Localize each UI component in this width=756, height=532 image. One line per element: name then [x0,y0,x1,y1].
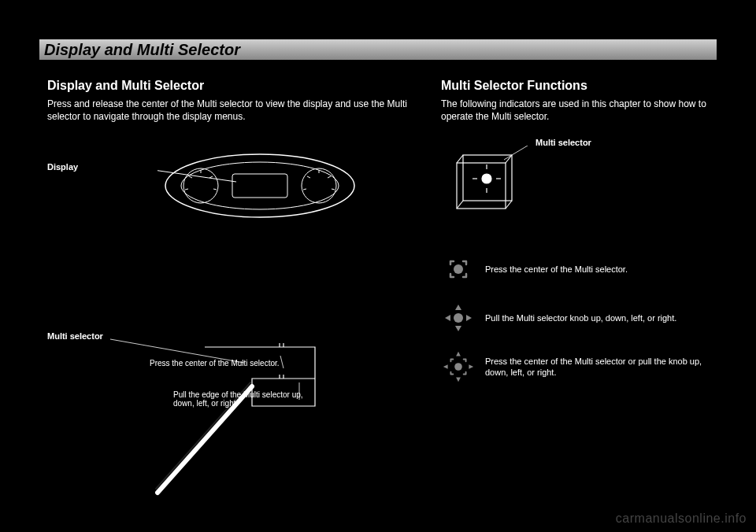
svg-line-14 [332,189,335,190]
svg-marker-40 [455,326,461,331]
svg-marker-47 [469,365,473,370]
svg-line-11 [307,176,310,178]
svg-line-15 [158,166,236,182]
right-column: Multi Selector Functions The following i… [441,79,709,398]
multi-selector-closeup: Multi selector Press the center of the M… [47,335,378,508]
icon-row-press-center: Press the center of the Multi selector. [441,252,709,286]
page-header: Display and Multi Selector [39,39,717,60]
svg-marker-39 [455,305,461,310]
svg-marker-46 [443,365,448,370]
multi-selector-label: Multi selector [47,331,103,341]
icon-row-pull-direction: Pull the Multi selector knob up, down, l… [441,301,709,335]
left-column: Display and Multi Selector Press and rel… [47,79,410,508]
svg-line-9 [213,189,217,190]
svg-marker-42 [466,315,472,321]
section-title-left: Display and Multi Selector [47,79,410,93]
hint-press-center: Press the center of the Multi selector. [150,359,284,368]
intro-text-left: Press and release the center of the Mult… [47,98,410,123]
svg-marker-41 [445,315,450,321]
icon-text: Press the center of the Multi selector o… [485,356,709,379]
svg-line-13 [303,189,306,190]
icon-text: Pull the Multi selector knob up, down, l… [485,312,676,323]
press-center-icon [441,252,476,286]
intro-text-right: The following indicators are used in thi… [441,98,709,123]
icon-text: Press the center of the Multi selector. [485,264,628,275]
display-label: Display [47,162,126,172]
page-title: Display and Multi Selector [44,41,240,59]
svg-line-7 [209,176,213,178]
svg-point-3 [302,168,336,203]
svg-point-43 [454,364,462,371]
hint-pull-directions: Pull the edge of the Multi selector up, … [173,390,315,408]
svg-marker-44 [456,352,461,357]
instrument-cluster-icon [158,146,362,225]
svg-point-2 [183,168,218,203]
press-and-pull-icon [441,349,476,384]
svg-point-37 [454,264,463,274]
dashboard-illustration: Display [47,139,378,296]
icon-row-press-and-pull: Press the center of the Multi selector o… [441,349,709,384]
svg-rect-4 [232,174,287,198]
svg-line-6 [189,176,192,178]
svg-point-38 [454,313,463,323]
watermark: carmanualsonline.info [616,512,747,526]
section-title-right: Multi Selector Functions [441,79,709,93]
svg-marker-45 [456,378,461,382]
pull-direction-icon [441,301,476,335]
svg-line-12 [328,176,331,178]
svg-point-0 [165,154,354,217]
svg-line-8 [185,189,188,190]
